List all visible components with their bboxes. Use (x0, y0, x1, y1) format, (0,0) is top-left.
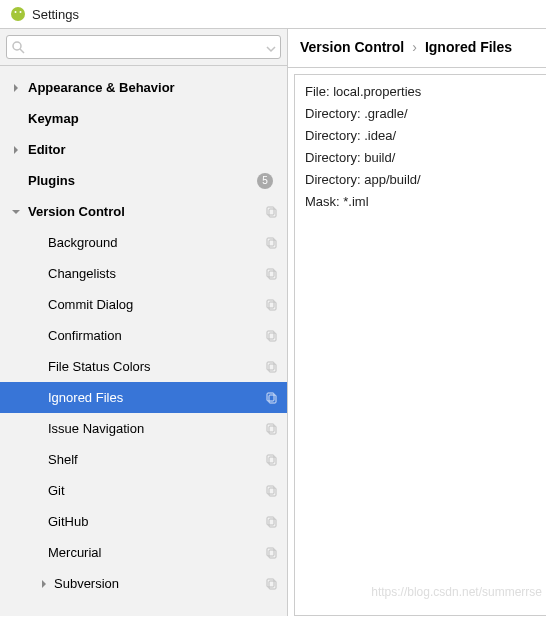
tree-item-label: Commit Dialog (44, 297, 265, 312)
svg-rect-23 (267, 486, 274, 494)
svg-rect-12 (269, 302, 276, 310)
chevron-down-icon[interactable] (266, 42, 276, 52)
svg-rect-11 (267, 300, 274, 308)
svg-rect-9 (267, 269, 274, 277)
tree-item-label: Shelf (44, 452, 265, 467)
svg-rect-24 (269, 488, 276, 496)
watermark: https://blog.csdn.net/summerrse (371, 581, 542, 603)
search-input[interactable] (25, 40, 266, 54)
tree-item-label: Appearance & Behavior (22, 80, 277, 95)
tree-item-label: Changelists (44, 266, 265, 281)
breadcrumb-part[interactable]: Ignored Files (425, 39, 512, 55)
svg-point-0 (11, 7, 25, 21)
tree-item-label: Plugins (22, 173, 257, 188)
arrow-right-icon[interactable] (38, 578, 50, 590)
copy-icon[interactable] (265, 392, 277, 404)
tree-item-label: Issue Navigation (44, 421, 265, 436)
svg-line-4 (20, 49, 24, 53)
svg-point-1 (15, 11, 17, 13)
window-title: Settings (32, 7, 79, 22)
tree-item[interactable]: Background (0, 227, 287, 258)
svg-rect-21 (267, 455, 274, 463)
tree-item-label: Background (44, 235, 265, 250)
breadcrumb-separator-icon: › (412, 39, 417, 55)
list-item[interactable]: Directory: app/build/ (305, 169, 536, 191)
svg-rect-8 (269, 240, 276, 248)
svg-rect-26 (269, 519, 276, 527)
app-icon (10, 6, 26, 22)
tree-item-label: Ignored Files (44, 390, 265, 405)
copy-icon[interactable] (265, 423, 277, 435)
list-item[interactable]: File: local.properties (305, 81, 536, 103)
copy-icon[interactable] (265, 330, 277, 342)
tree-item[interactable]: GitHub (0, 506, 287, 537)
search-box[interactable] (6, 35, 281, 59)
copy-icon[interactable] (265, 578, 277, 590)
tree-item[interactable]: Commit Dialog (0, 289, 287, 320)
svg-rect-19 (267, 424, 274, 432)
tree-item-label: Subversion (50, 576, 265, 591)
settings-tree-panel: Appearance & BehaviorKeymapEditorPlugins… (0, 29, 288, 616)
copy-icon[interactable] (265, 454, 277, 466)
copy-icon[interactable] (265, 485, 277, 497)
tree-item[interactable]: Git (0, 475, 287, 506)
svg-rect-14 (269, 333, 276, 341)
titlebar: Settings (0, 0, 546, 28)
tree-item-label: Git (44, 483, 265, 498)
tree-item-label: File Status Colors (44, 359, 265, 374)
tree-item[interactable]: Confirmation (0, 320, 287, 351)
svg-rect-10 (269, 271, 276, 279)
tree-item[interactable]: Changelists (0, 258, 287, 289)
tree-item[interactable]: Issue Navigation (0, 413, 287, 444)
svg-rect-25 (267, 517, 274, 525)
arrow-right-icon[interactable] (10, 82, 22, 94)
list-item[interactable]: Directory: .idea/ (305, 125, 536, 147)
count-badge: 5 (257, 173, 273, 189)
tree-item[interactable]: File Status Colors (0, 351, 287, 382)
svg-rect-16 (269, 364, 276, 372)
settings-tree: Appearance & BehaviorKeymapEditorPlugins… (0, 66, 287, 616)
copy-icon[interactable] (265, 547, 277, 559)
copy-icon[interactable] (265, 206, 277, 218)
copy-icon[interactable] (265, 361, 277, 373)
tree-item[interactable]: Shelf (0, 444, 287, 475)
copy-icon[interactable] (265, 237, 277, 249)
breadcrumb-part[interactable]: Version Control (300, 39, 404, 55)
tree-item-label: Editor (22, 142, 277, 157)
svg-rect-22 (269, 457, 276, 465)
ignored-files-list[interactable]: File: local.propertiesDirectory: .gradle… (294, 74, 546, 616)
search-container (0, 29, 287, 66)
arrow-right-icon[interactable] (10, 144, 22, 156)
tree-item-label: Keymap (22, 111, 277, 126)
tree-item[interactable]: Subversion (0, 568, 287, 599)
svg-rect-29 (267, 579, 274, 587)
tree-item-label: Mercurial (44, 545, 265, 560)
list-item[interactable]: Directory: .gradle/ (305, 103, 536, 125)
tree-item[interactable]: Keymap (0, 103, 287, 134)
svg-rect-13 (267, 331, 274, 339)
search-icon (11, 40, 25, 54)
svg-rect-28 (269, 550, 276, 558)
svg-rect-27 (267, 548, 274, 556)
copy-icon[interactable] (265, 268, 277, 280)
svg-rect-20 (269, 426, 276, 434)
right-panel: Version Control › Ignored Files File: lo… (288, 29, 546, 616)
arrow-down-icon[interactable] (10, 206, 22, 218)
copy-icon[interactable] (265, 299, 277, 311)
svg-rect-7 (267, 238, 274, 246)
tree-item[interactable]: Appearance & Behavior (0, 72, 287, 103)
list-item[interactable]: Directory: build/ (305, 147, 536, 169)
list-item[interactable]: Mask: *.iml (305, 191, 536, 213)
tree-item[interactable]: Ignored Files (0, 382, 287, 413)
breadcrumb: Version Control › Ignored Files (288, 29, 546, 68)
svg-point-2 (20, 11, 22, 13)
svg-rect-5 (267, 207, 274, 215)
copy-icon[interactable] (265, 516, 277, 528)
tree-item[interactable]: Plugins5 (0, 165, 287, 196)
tree-item-label: GitHub (44, 514, 265, 529)
tree-item[interactable]: Editor (0, 134, 287, 165)
tree-item[interactable]: Version Control (0, 196, 287, 227)
svg-rect-15 (267, 362, 274, 370)
tree-item[interactable]: Mercurial (0, 537, 287, 568)
svg-rect-6 (269, 209, 276, 217)
